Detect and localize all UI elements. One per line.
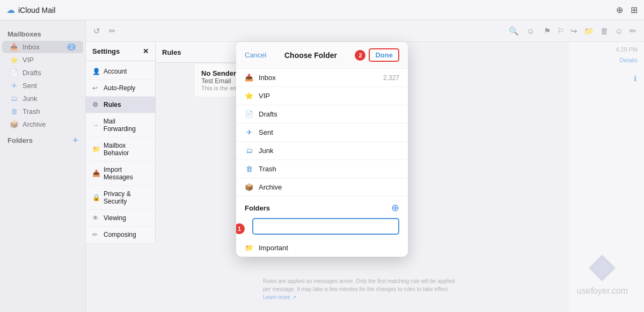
menu-mailbox-behavior-label: Mailbox Behavior <box>104 142 149 157</box>
folder-trash-icon: 🗑 <box>245 165 253 173</box>
cancel-button[interactable]: Cancel <box>245 51 266 59</box>
important-folder-label: Important <box>259 244 288 252</box>
top-bar-actions: ⊕ ⊞ <box>616 5 638 15</box>
rules-title: Rules <box>162 48 181 56</box>
folder-vip-label: VIP <box>259 92 270 100</box>
menu-viewing-label: Viewing <box>104 214 126 222</box>
menu-composing[interactable]: ✏ Composing <box>86 227 155 243</box>
import-icon: 📥 <box>92 170 100 177</box>
folder-inbox-icon: 📥 <box>245 74 253 82</box>
folders-section-header: Folders ⊕ <box>236 197 408 216</box>
menu-viewing[interactable]: 👁 Viewing <box>86 210 155 227</box>
done-button[interactable]: Done <box>369 48 399 62</box>
folder-name-input[interactable] <box>252 218 399 235</box>
forwarding-icon: → <box>92 121 100 129</box>
folder-vip[interactable]: ⭐ VIP <box>236 87 408 105</box>
step1-badge: 1 <box>236 223 245 234</box>
menu-import-messages[interactable]: 📥 Import Messages <box>86 162 155 186</box>
icloud-icon: ☁ <box>6 5 15 15</box>
choose-folder-modal: Cancel Choose Folder 2 Done 📥 Inbox 2,32… <box>236 42 408 257</box>
folder-inbox[interactable]: 📥 Inbox 2,327 <box>236 69 408 87</box>
menu-rules[interactable]: ⚙ Rules <box>86 97 155 113</box>
menu-mail-forwarding[interactable]: → Mail Forwarding <box>86 113 155 137</box>
folder-junk[interactable]: 🗂 Junk <box>236 142 408 160</box>
modal-body: 📥 Inbox 2,327 ⭐ VIP 📄 Drafts ✈ Sent 🗂 Ju… <box>236 69 408 257</box>
menu-account[interactable]: 👤 Account <box>86 63 155 80</box>
add-subfolder-icon[interactable]: ⊕ <box>391 202 399 214</box>
menu-privacy-label: Privacy & Security <box>104 190 149 205</box>
folder-important[interactable]: 📁 Important <box>236 239 408 257</box>
folder-sent[interactable]: ✈ Sent <box>236 124 408 142</box>
menu-auto-reply-label: Auto-Reply <box>104 84 135 92</box>
menu-privacy-security[interactable]: 🔒 Privacy & Security <box>86 186 155 210</box>
folder-archive[interactable]: 📦 Archive <box>236 178 408 197</box>
auto-reply-icon: ↩ <box>92 84 100 92</box>
menu-import-label: Import Messages <box>104 166 149 181</box>
folder-trash-label: Trash <box>259 165 276 173</box>
menu-mailbox-behavior[interactable]: 📁 Mailbox Behavior <box>86 137 155 162</box>
menu-account-label: Account <box>104 68 127 75</box>
folder-vip-icon: ⭐ <box>245 92 253 100</box>
mailbox-behavior-icon: 📁 <box>92 146 100 153</box>
settings-close-icon[interactable]: ✕ <box>143 47 149 55</box>
folder-sent-icon: ✈ <box>245 128 253 136</box>
folder-sent-label: Sent <box>259 128 273 136</box>
step2-badge: 2 <box>355 50 365 61</box>
grid-icon[interactable]: ⊞ <box>631 5 638 15</box>
composing-icon: ✏ <box>92 231 100 238</box>
top-bar: ☁ iCloud Mail ⊕ ⊞ <box>0 0 644 20</box>
add-icon[interactable]: ⊕ <box>616 5 623 15</box>
menu-composing-label: Composing <box>104 231 136 238</box>
modal-title: Choose Folder <box>284 51 337 60</box>
app-logo: ☁ iCloud Mail <box>6 5 55 15</box>
folders-section-title: Folders <box>245 204 270 212</box>
inbox-count: 2,327 <box>383 74 399 82</box>
folder-inbox-label: Inbox <box>259 74 276 82</box>
app-title: iCloud Mail <box>18 6 55 14</box>
modal-header-right: 2 Done <box>355 48 399 62</box>
folder-drafts-icon: 📄 <box>245 110 253 118</box>
menu-mail-forwarding-label: Mail Forwarding <box>104 118 149 133</box>
menu-auto-reply[interactable]: ↩ Auto-Reply <box>86 80 155 97</box>
folder-junk-icon: 🗂 <box>245 147 253 155</box>
modal-header: Cancel Choose Folder 2 Done <box>236 42 408 69</box>
folder-archive-icon: 📦 <box>245 183 253 191</box>
menu-rules-label: Rules <box>104 101 121 108</box>
viewing-icon: 👁 <box>92 214 100 222</box>
rules-icon: ⚙ <box>92 101 100 108</box>
folder-archive-label: Archive <box>259 183 282 191</box>
settings-menu: 👤 Account ↩ Auto-Reply ⚙ Rules → Mail Fo… <box>86 63 156 243</box>
account-icon: 👤 <box>92 68 100 75</box>
settings-header: Settings ✕ <box>86 42 155 61</box>
folder-trash[interactable]: 🗑 Trash <box>236 160 408 178</box>
folder-drafts-label: Drafts <box>259 110 277 118</box>
folder-drafts[interactable]: 📄 Drafts <box>236 105 408 124</box>
settings-title: Settings <box>92 47 120 55</box>
folder-input-row: 1 <box>236 216 408 239</box>
privacy-icon: 🔒 <box>92 194 100 201</box>
important-folder-icon: 📁 <box>245 244 253 252</box>
folder-junk-label: Junk <box>259 147 273 155</box>
